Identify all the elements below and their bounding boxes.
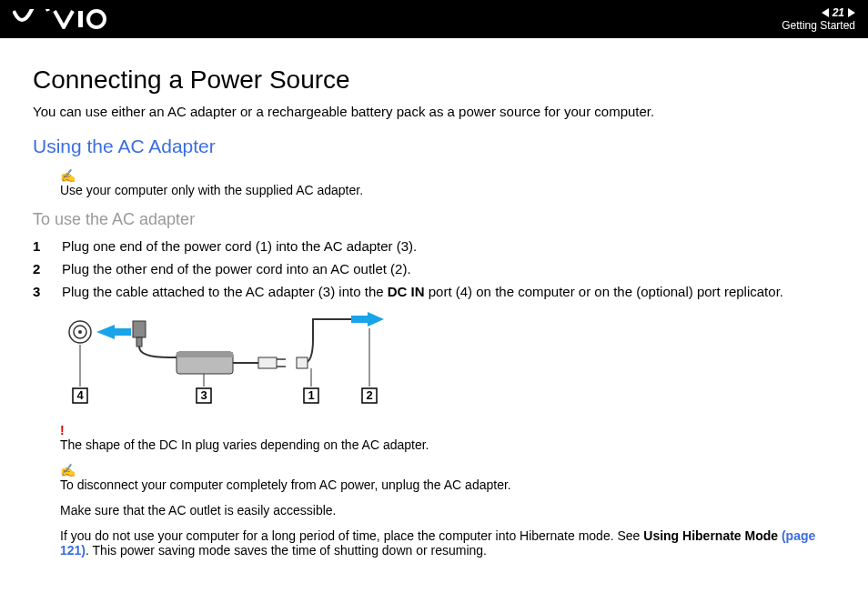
- diagram-label-1: 1: [308, 388, 314, 402]
- warning-text: The shape of the DC In plug varies depen…: [60, 437, 835, 452]
- svg-rect-15: [297, 357, 308, 368]
- step-text: Plug the other end of the power cord int…: [62, 261, 411, 276]
- header-bar: 21 Getting Started: [0, 0, 868, 38]
- svg-rect-16: [351, 316, 368, 323]
- svg-marker-5: [96, 325, 115, 339]
- page-content: Connecting a Power Source You can use ei…: [0, 38, 868, 578]
- procedure-heading: To use the AC adapter: [33, 210, 835, 229]
- svg-rect-10: [177, 352, 233, 357]
- diagram-label-2: 2: [366, 388, 372, 402]
- warning-icon: !: [60, 423, 835, 437]
- diagram-label-4: 4: [76, 388, 84, 402]
- svg-point-4: [78, 330, 82, 334]
- intro-text: You can use either an AC adapter or a re…: [33, 104, 835, 119]
- note-outlet: Make sure that the AC outlet is easily a…: [60, 503, 835, 518]
- step-text: Plug one end of the power cord (1) into …: [62, 238, 417, 254]
- step-1: 1 Plug one end of the power cord (1) int…: [33, 238, 835, 254]
- note-disconnect: To disconnect your computer completely f…: [60, 477, 835, 492]
- subheading: Using the AC Adapter: [33, 136, 835, 157]
- svg-point-1: [88, 11, 105, 27]
- prev-page-icon[interactable]: [822, 8, 829, 17]
- svg-rect-6: [115, 328, 131, 336]
- diagram-label-3: 3: [200, 388, 207, 402]
- step-3: 3 Plug the cable attached to the AC adap…: [33, 284, 835, 299]
- note-icon: ✍: [60, 168, 835, 183]
- step-text: Plug the cable attached to the AC adapte…: [62, 284, 783, 299]
- note-supplied-adapter: Use your computer only with the supplied…: [60, 183, 835, 197]
- svg-rect-12: [258, 357, 277, 368]
- steps-list: 1 Plug one end of the power cord (1) int…: [33, 238, 835, 299]
- note-hibernate: If you do not use your computer for a lo…: [60, 528, 835, 558]
- svg-rect-0: [78, 11, 83, 27]
- next-page-icon[interactable]: [848, 8, 855, 17]
- ac-adapter-diagram: 4 3 1 2: [60, 312, 835, 416]
- section-label: Getting Started: [782, 19, 855, 32]
- svg-marker-17: [368, 312, 384, 327]
- note-icon: ✍: [60, 463, 835, 477]
- svg-rect-7: [133, 321, 146, 337]
- step-2: 2 Plug the other end of the power cord i…: [33, 261, 835, 276]
- svg-rect-8: [136, 337, 142, 347]
- page-number: 21: [833, 6, 844, 19]
- pager: 21 Getting Started: [782, 6, 855, 33]
- vaio-logo: [13, 9, 113, 29]
- page-title: Connecting a Power Source: [33, 65, 835, 95]
